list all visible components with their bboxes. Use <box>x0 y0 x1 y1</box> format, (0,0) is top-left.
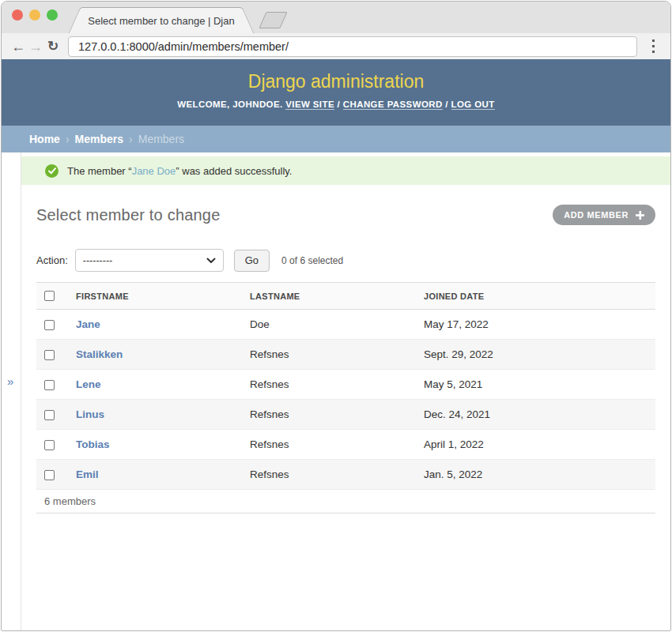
selection-status: 0 of 6 selected <box>281 255 343 266</box>
minimize-window-button[interactable] <box>29 9 40 21</box>
member-lastname: Refsnes <box>250 340 424 370</box>
added-object-link[interactable]: Jane Doe <box>132 165 176 177</box>
url-bar[interactable]: 127.0.0.1:8000/admin/members/member/ <box>68 36 637 57</box>
success-message: The member “Jane Doe” was added successf… <box>21 156 670 185</box>
member-joined-date: Dec. 24, 2021 <box>424 400 655 430</box>
reload-icon[interactable]: ↻ <box>44 40 62 53</box>
member-joined-date: Sept. 29, 2022 <box>424 340 655 370</box>
member-lastname: Refsnes <box>250 460 424 490</box>
row-select-cell <box>36 400 76 430</box>
breadcrumb-current: Members <box>138 133 184 145</box>
browser-toolbar: ← → ↻ 127.0.0.1:8000/admin/members/membe… <box>2 33 670 59</box>
row-select-cell <box>36 310 76 340</box>
welcome-label: WELCOME, <box>177 100 229 109</box>
maximize-window-button[interactable] <box>47 9 58 21</box>
browser-window: Select member to change | Djan ← → ↻ 127… <box>1 1 671 631</box>
breadcrumb-separator: › <box>66 133 70 145</box>
add-member-button[interactable]: ADD MEMBER <box>553 205 655 225</box>
member-firstname-link[interactable]: Lene <box>76 378 101 390</box>
browser-tab[interactable]: Select member to change | Djan <box>82 7 240 33</box>
close-window-button[interactable] <box>12 9 23 21</box>
select-all-cell <box>36 283 76 310</box>
tab-title: Select member to change | Djan <box>88 15 234 27</box>
member-joined-date: April 1, 2022 <box>424 430 655 460</box>
admin-site-title: Django administration <box>2 59 670 92</box>
change-password-link[interactable]: CHANGE PASSWORD <box>343 100 443 110</box>
member-table-body: Jane Doe May 17, 2022 Stalikken Refsnes … <box>36 310 655 490</box>
member-table: FIRSTNAME LASTNAME JOINED DATE Jane Doe … <box>36 282 655 490</box>
table-header-row: FIRSTNAME LASTNAME JOINED DATE <box>36 283 655 310</box>
page-title: Select member to change <box>36 206 221 224</box>
table-row: Linus Refsnes Dec. 24, 2021 <box>36 400 655 430</box>
table-row: Lene Refsnes May 5, 2021 <box>36 370 655 400</box>
action-label: Action: <box>36 254 68 266</box>
result-count: 6 members <box>36 490 655 514</box>
breadcrumb-home-link[interactable]: Home <box>29 133 60 145</box>
back-icon[interactable]: ← <box>9 40 27 54</box>
column-header-firstname[interactable]: FIRSTNAME <box>76 283 250 310</box>
url-text: 127.0.0.1:8000/admin/members/member/ <box>78 40 289 53</box>
actions-bar: Action: --------- Go 0 of 6 selected <box>36 249 655 272</box>
log-out-link[interactable]: LOG OUT <box>451 100 495 110</box>
user-tools: WELCOME, JOHNDOE. VIEW SITE / CHANGE PAS… <box>2 100 670 109</box>
breadcrumb-app-link[interactable]: Members <box>75 133 123 145</box>
sidebar-collapsed-strip: » <box>2 152 21 630</box>
row-checkbox[interactable] <box>44 380 55 390</box>
row-checkbox[interactable] <box>44 350 55 360</box>
member-joined-date: Jan. 5, 2022 <box>424 460 655 490</box>
table-row: Emil Refsnes Jan. 5, 2022 <box>36 460 655 490</box>
row-checkbox[interactable] <box>44 320 55 330</box>
member-firstname-link[interactable]: Tobias <box>76 438 110 450</box>
table-row: Tobias Refsnes April 1, 2022 <box>36 430 655 460</box>
content-area: The member “Jane Doe” was added successf… <box>21 152 670 630</box>
new-tab-button[interactable] <box>259 12 287 28</box>
table-row: Stalikken Refsnes Sept. 29, 2022 <box>36 340 655 370</box>
chevron-down-icon <box>206 258 216 264</box>
page-head: Select member to change ADD MEMBER <box>21 185 670 225</box>
column-header-joined-date[interactable]: JOINED DATE <box>424 283 655 310</box>
row-checkbox[interactable] <box>44 440 55 450</box>
breadcrumb: Home › Members › Members <box>2 126 670 152</box>
view-site-link[interactable]: VIEW SITE <box>285 100 334 110</box>
row-select-cell <box>36 430 76 460</box>
row-select-cell <box>36 460 76 490</box>
main-area: » The member “Jane Doe” was added succes… <box>2 152 670 630</box>
username: JOHNDOE <box>232 100 280 109</box>
go-button[interactable]: Go <box>234 250 270 272</box>
member-firstname-link[interactable]: Stalikken <box>76 348 123 360</box>
sidebar-toggle-icon[interactable]: » <box>7 374 13 388</box>
member-lastname: Refsnes <box>250 370 424 400</box>
column-header-lastname[interactable]: LASTNAME <box>250 283 424 310</box>
row-select-cell <box>36 370 76 400</box>
member-firstname-link[interactable]: Emil <box>76 468 99 480</box>
member-joined-date: May 5, 2021 <box>424 370 655 400</box>
success-check-icon <box>45 164 59 178</box>
member-firstname-link[interactable]: Linus <box>76 408 104 420</box>
message-text: The member “Jane Doe” was added successf… <box>67 165 292 177</box>
admin-header: Django administration WELCOME, JOHNDOE. … <box>2 59 670 126</box>
row-checkbox[interactable] <box>44 410 55 420</box>
member-lastname: Refsnes <box>250 430 424 460</box>
row-select-cell <box>36 340 76 370</box>
window-controls <box>12 9 58 21</box>
action-selected-value: --------- <box>83 255 112 266</box>
breadcrumb-separator: › <box>129 133 133 145</box>
row-checkbox[interactable] <box>44 470 55 480</box>
member-firstname-link[interactable]: Jane <box>76 318 100 330</box>
select-all-checkbox[interactable] <box>44 291 55 301</box>
member-lastname: Refsnes <box>250 400 424 430</box>
member-lastname: Doe <box>250 310 424 340</box>
link-separator: / <box>445 100 448 109</box>
link-separator: / <box>338 100 341 109</box>
forward-icon: → <box>27 40 44 54</box>
action-select[interactable]: --------- <box>75 249 224 272</box>
result-list: FIRSTNAME LASTNAME JOINED DATE Jane Doe … <box>36 282 655 514</box>
browser-tab-bar: Select member to change | Djan <box>2 2 670 33</box>
browser-menu-icon[interactable] <box>644 40 663 53</box>
plus-icon <box>636 211 644 220</box>
member-joined-date: May 17, 2022 <box>424 310 655 340</box>
table-row: Jane Doe May 17, 2022 <box>36 310 655 340</box>
